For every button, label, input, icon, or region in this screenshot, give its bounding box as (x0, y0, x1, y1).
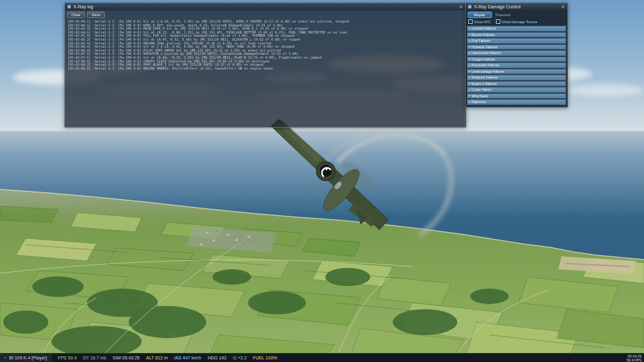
show-damage-texture-checkbox[interactable]: Show Damage Texture (496, 19, 538, 24)
aircraft-name-box: ≡ Bf 109 K-4 [Player] (0, 354, 52, 362)
status-segment: SIM 05:43:25 (113, 356, 140, 360)
damage-item-list: ▸Controls Failures▸Electric Failures▸Fue… (466, 26, 567, 105)
expand-arrow-icon: ▸ (469, 27, 470, 30)
damage-item[interactable]: ▸Fuel Failures (467, 38, 566, 44)
expand-arrow-icon: ▸ (469, 100, 470, 104)
damage-item[interactable]: ▸Wing Spars (467, 93, 566, 99)
damage-item[interactable]: ▸Controls Failures (467, 26, 566, 32)
expand-arrow-icon: ▸ (469, 45, 470, 48)
damage-item[interactable]: ▸Electric Failures (467, 32, 566, 38)
expand-arrow-icon: ▸ (469, 52, 470, 55)
damage-item-label: Instruments Failures (471, 51, 500, 55)
damage-checkboxes: Show AFC Show Damage Texture (466, 19, 567, 26)
status-bar: ≡ Bf 109 K-4 [Player] FPS 59.9DT 16.7 ms… (0, 353, 644, 362)
status-segment: HDG 142 (207, 356, 226, 360)
damage-item-label: Flaperons (471, 100, 486, 104)
expand-arrow-icon: ▸ (469, 88, 470, 91)
show-afc-checkbox[interactable]: Show AFC (468, 19, 491, 24)
clock-box: 05:43:25 59.9 FPS (627, 354, 644, 362)
status-segment: ALT 612 m (146, 356, 168, 360)
damage-item[interactable]: ▸Pneumatic Failures (467, 62, 566, 68)
checkbox-icon (496, 19, 500, 24)
menu-icon[interactable]: ≡ (4, 356, 6, 360)
damage-window-title: X-Ray Damage Control (474, 5, 520, 9)
damage-item-label: Oxygen Failures (471, 57, 495, 61)
log-window-titlebar[interactable]: X-Ray log ✕ (65, 3, 466, 10)
window-icon (468, 5, 471, 8)
damage-window-titlebar[interactable]: X-Ray Damage Control ✕ (466, 3, 567, 10)
expand-arrow-icon: ▸ (469, 76, 470, 79)
show-damage-texture-label: Show Damage Texture (502, 20, 538, 24)
save-button[interactable]: Save (87, 12, 105, 18)
damage-item[interactable]: ▸Flaperons (467, 99, 566, 105)
sim-clock: 05:43:25 (627, 354, 641, 358)
status-segment: DT 16.7 ms (83, 356, 106, 360)
close-icon[interactable]: ✕ (561, 5, 565, 9)
expand-arrow-icon: ▸ (469, 39, 470, 43)
damage-item-label: Wing Spars (471, 94, 488, 98)
window-icon (68, 5, 71, 8)
damage-item-label: Fuel Failures (471, 39, 490, 43)
damage-control-window: X-Ray Damage Control ✕ Repair Treeview S… (465, 3, 568, 108)
expand-arrow-icon: ▸ (469, 57, 470, 61)
damage-item[interactable]: ▸Engine 1 Failures (467, 81, 566, 87)
damage-item[interactable]: ▸Cooler Failure (467, 87, 566, 93)
status-segment: FPS 59.9 (58, 356, 77, 360)
checkbox-icon (468, 19, 473, 24)
damage-item[interactable]: ▸Undercarriage Failures (467, 69, 566, 75)
expand-arrow-icon: ▸ (469, 94, 470, 97)
damage-item-label: Undercarriage Failures (471, 70, 504, 73)
treeview-label: Treeview (495, 13, 511, 17)
status-segment: FUEL 100% (253, 356, 277, 360)
damage-item-label: Weapons Failures (471, 75, 497, 79)
damage-item[interactable]: ▸Weapons Failures (467, 75, 566, 81)
damage-item[interactable]: ▸Hydraulic Failures (467, 44, 566, 50)
status-segment: G +3.2 (233, 356, 247, 360)
clear-button[interactable]: Clear (67, 12, 85, 18)
damage-item-label: Cooler Failure (471, 88, 491, 91)
expand-arrow-icon: ▸ (469, 33, 470, 36)
close-icon[interactable]: ✕ (459, 5, 463, 9)
damage-item[interactable]: ▸Instruments Failures (467, 50, 566, 56)
simulator-viewport[interactable]: X-Ray log ✕ Clear Save [05:43:04.1] 'Aer… (0, 0, 644, 362)
expand-arrow-icon: ▸ (469, 64, 470, 67)
expand-arrow-icon: ▸ (469, 70, 470, 73)
damage-item-label: Pneumatic Failures (471, 63, 499, 67)
status-segments: FPS 59.9DT 16.7 msSIM 05:43:25ALT 612 mI… (52, 356, 277, 360)
damage-item-label: Electric Failures (471, 33, 495, 37)
log-toolbar: Clear Save (65, 10, 466, 19)
aircraft-name: Bf 109 K-4 [Player] (9, 356, 47, 360)
show-afc-label: Show AFC (474, 20, 491, 24)
xray-log-window: X-Ray log ✕ Clear Save [05:43:04.1] 'Aer… (64, 3, 466, 128)
log-lines: [05:43:04.1] 'Aerial-1-1' (Fw 190 A-8) h… (65, 19, 466, 127)
log-window-title: X-Ray log (73, 5, 93, 9)
repair-button[interactable]: Repair (468, 12, 492, 18)
log-line: [05:43:08.8] 'Aerial-1-1' (Fw 190 A-8) E… (68, 67, 463, 71)
damage-item[interactable]: ▸Oxygen Failures (467, 57, 566, 62)
status-segment: IAS 447 km/h (174, 356, 201, 360)
expand-arrow-icon: ▸ (469, 82, 470, 85)
damage-item-label: Engine 1 Failures (471, 82, 497, 86)
damage-item-label: Controls Failures (471, 26, 496, 30)
damage-item-label: Hydraulic Failures (471, 45, 497, 49)
damage-toolbar: Repair Treeview (466, 10, 567, 19)
fps-readout: 59.9 FPS (627, 358, 641, 362)
